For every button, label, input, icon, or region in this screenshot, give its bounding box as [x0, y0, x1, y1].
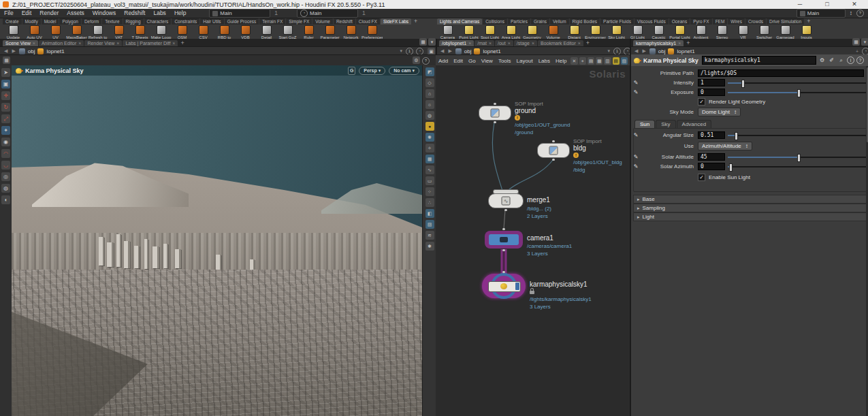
- duck-tool-icon[interactable]: ◖: [1, 195, 10, 204]
- display-particles-icon[interactable]: ∴: [425, 198, 434, 207]
- tool-make-loop[interactable]: Make Loop: [150, 25, 172, 39]
- tool-ambient-light[interactable]: Ambient Light: [690, 25, 711, 39]
- section-light[interactable]: ▸Light: [633, 212, 868, 221]
- menubar-help-icon[interactable]: ?: [856, 10, 864, 17]
- tool-stereo-camera[interactable]: Stereo Camera: [711, 25, 733, 39]
- node-camera1-name[interactable]: camera1: [527, 234, 553, 242]
- display-lights-icon[interactable]: ☼: [425, 100, 434, 109]
- orbit-tool-icon[interactable]: ◍: [1, 184, 10, 193]
- shelf-tab-crowds[interactable]: Crowds: [745, 18, 766, 25]
- display-shaded-icon[interactable]: ◩: [425, 67, 434, 76]
- shelf-tab-constraints[interactable]: Constraints: [172, 18, 199, 25]
- toolbox-icon[interactable]: ▦: [3, 57, 10, 64]
- section-base[interactable]: ▸Base: [633, 195, 868, 204]
- net-menu-add[interactable]: Add: [436, 58, 451, 64]
- tool-sky-light[interactable]: Sky Light: [606, 25, 627, 39]
- back-icon[interactable]: ◀: [3, 48, 8, 54]
- globe-icon[interactable]: ◔: [862, 48, 868, 55]
- channel-pencil-icon[interactable]: ✎: [631, 89, 641, 95]
- menu-labs[interactable]: Labs: [149, 9, 170, 18]
- gear-icon[interactable]: ⚙: [818, 57, 826, 64]
- net-menu-help[interactable]: Help: [553, 58, 569, 64]
- shelf-tab-fem[interactable]: FEM: [713, 18, 728, 25]
- display-frame-icon[interactable]: ▭: [425, 176, 434, 185]
- net-wrench-icon[interactable]: ✕: [570, 57, 577, 65]
- display-material-icon[interactable]: ◍: [425, 111, 434, 120]
- solar-altitude-input[interactable]: 45: [698, 153, 725, 161]
- brush-icon[interactable]: ✐: [828, 57, 835, 64]
- tool-mapsbaker[interactable]: MapsBaker: [66, 25, 87, 39]
- net-grid-icon[interactable]: ▦: [596, 57, 602, 65]
- breadcrumb-lopnet1[interactable]: lopnet1: [483, 48, 500, 54]
- display-gear-icon[interactable]: ⚙: [413, 57, 420, 64]
- tool-environment-light[interactable]: Environment Light: [585, 25, 606, 39]
- tool-inputs[interactable]: Inputs: [796, 25, 817, 39]
- net-menu-go[interactable]: Go: [466, 58, 479, 64]
- breadcrumb-obj[interactable]: obj: [464, 48, 472, 54]
- node-camera1[interactable]: [485, 231, 523, 249]
- path-dropdown-icon[interactable]: ▾: [607, 48, 611, 54]
- tool-auto-uv[interactable]: Auto UV: [24, 25, 45, 39]
- shelf-tab-particle-fluids[interactable]: Particle Fluids: [600, 18, 634, 25]
- menu-help[interactable]: Help: [170, 9, 190, 18]
- tab-render-view[interactable]: Render View×: [84, 40, 122, 46]
- back-icon[interactable]: ◀: [634, 48, 639, 54]
- tab-obj-lopnet1[interactable]: /obj/lopnet1×: [439, 40, 474, 46]
- display-texture-icon[interactable]: ▨: [425, 220, 434, 229]
- tab-out[interactable]: /out×: [495, 40, 513, 46]
- shelf-tab-redshift[interactable]: Redshift: [334, 18, 355, 25]
- node-karmaphysicalsky1[interactable]: [482, 274, 526, 298]
- node-ground[interactable]: [479, 106, 511, 121]
- pin-icon[interactable]: +: [855, 49, 859, 54]
- forward-icon[interactable]: ▶: [11, 48, 16, 54]
- snapshot-icon[interactable]: ▣: [428, 48, 435, 55]
- back-icon[interactable]: ◀: [440, 48, 445, 54]
- use-dropdown[interactable]: Azimuth/Altitude ↕: [698, 142, 752, 150]
- close-icon[interactable]: ×: [578, 41, 581, 46]
- tab-karmaphysicalsky1[interactable]: karmaphysicalsky1×: [633, 40, 684, 46]
- breadcrumb-obj[interactable]: obj: [28, 48, 35, 54]
- shelf-tab-pyro-fx[interactable]: Pyro FX: [690, 18, 711, 25]
- tool-volume-light[interactable]: Volume Light: [543, 25, 564, 39]
- shelf-tab-create[interactable]: Create: [3, 18, 22, 25]
- viewport-add-tab[interactable]: +: [178, 39, 186, 46]
- exposure-slider[interactable]: [728, 92, 867, 93]
- display-env-icon[interactable]: ▦: [425, 155, 434, 163]
- close-icon[interactable]: ×: [33, 41, 35, 46]
- shelf-tab-modify[interactable]: Modify: [22, 18, 41, 25]
- tool-preferences[interactable]: Preferences: [361, 25, 383, 39]
- close-icon[interactable]: ×: [468, 41, 471, 46]
- menu-edit[interactable]: Edit: [18, 9, 36, 18]
- translate-tool-icon[interactable]: ✛: [1, 91, 10, 100]
- close-icon[interactable]: ×: [172, 41, 175, 46]
- display-bulb-icon[interactable]: ✧: [425, 144, 434, 153]
- node-ground-name[interactable]: ground: [515, 107, 536, 114]
- breadcrumb-lopnet1[interactable]: lopnet1: [46, 48, 64, 54]
- shelf-tab-particles[interactable]: Particles: [508, 18, 530, 25]
- shelf-tab-texture[interactable]: Texture: [102, 18, 122, 25]
- globe-icon[interactable]: ◔: [416, 48, 423, 55]
- node-merge1[interactable]: ∿: [488, 193, 524, 208]
- handles-tool-icon[interactable]: ◉: [1, 138, 10, 146]
- tool-distant-light[interactable]: Distant Light: [564, 25, 585, 39]
- tool-point-light[interactable]: Point Light: [458, 25, 479, 39]
- channel-pencil-icon[interactable]: ✎: [631, 80, 641, 86]
- menu-render[interactable]: Render: [35, 9, 63, 18]
- channel-pencil-icon[interactable]: ✎: [631, 163, 641, 170]
- intensity-slider[interactable]: [728, 82, 867, 84]
- display-colors-icon[interactable]: ◧: [425, 209, 434, 218]
- solar-azimuth-slider[interactable]: [728, 166, 867, 167]
- node-merge1-name[interactable]: merge1: [527, 196, 550, 204]
- shelf-left-add-tab[interactable]: +: [412, 18, 419, 25]
- menu-redshift[interactable]: Redshift: [120, 9, 149, 18]
- net-menu-layout[interactable]: Layout: [514, 58, 536, 64]
- tool-vat[interactable]: VAT: [108, 25, 129, 39]
- shelf-tab-volume[interactable]: Volume: [312, 18, 333, 25]
- tab-sky[interactable]: Sky: [656, 120, 675, 128]
- desktop-selector-mid[interactable]: ◔ Main: [297, 9, 358, 18]
- shelf-tab-lights-cameras[interactable]: Lights and Cameras: [437, 18, 482, 25]
- rotate-tool-icon[interactable]: ↻: [1, 103, 10, 112]
- tool-geometry-light[interactable]: Geometry Light: [521, 25, 543, 39]
- tool-area-light[interactable]: Area Light: [500, 25, 521, 39]
- shelf-tab-drive-simulation[interactable]: Drive Simulation: [767, 18, 804, 25]
